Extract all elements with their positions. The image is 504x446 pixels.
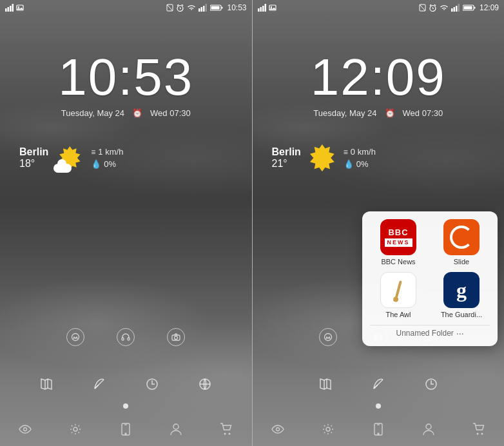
weather-info-left: Berlin 18° [19,146,48,170]
right-screen: 12:09 12:09 Tuesday, May 24 ⏰ Wed 07:30 … [253,0,505,446]
precip-value-right: 0% [356,159,369,169]
svg-rect-39 [262,6,264,12]
precip-left: 💧 0% [91,159,123,169]
folder-app-slide[interactable]: Slide [433,219,490,266]
weather-icon-left [53,142,86,174]
headphone-app-icon[interactable] [117,328,135,346]
notification-image-icon [16,4,24,12]
settings-nav-icon-left[interactable] [65,419,86,440]
phone-nav-icon-left[interactable] [115,419,136,440]
alarm-icon-right: ⏰ [385,108,395,118]
notification-image-icon-right [269,4,276,12]
cart-nav-icon-right[interactable] [469,419,489,440]
message-app-icon[interactable] [66,328,84,346]
time-display-right: 12:09 Tuesday, May 24 ⏰ Wed 07:30 [253,52,505,118]
bbc-news-icon[interactable]: BBC NEWS [380,219,416,255]
slide-icon[interactable] [443,219,480,255]
feather-dock-icon-right[interactable] [368,374,389,394]
date-text-right: Tuesday, May 24 [313,108,376,118]
alarm-time-left: Wed 07:30 [150,108,191,118]
message-app-icon-right[interactable] [319,328,337,346]
slide-c-shape [450,226,473,249]
svg-rect-17 [211,6,220,10]
globe-dock-icon-left[interactable] [195,374,215,394]
app-row-left [0,328,252,346]
weather-details-right: ≡ 0 km/h 💧 0% [344,147,376,169]
folder-app-the-awl[interactable]: The Awl [370,272,427,318]
wind-value-left: 1 km/h [98,147,123,157]
weather-widget-right: Berlin 21° ≡ 0 km/h 💧 0% [272,142,376,174]
svg-rect-1 [8,7,10,12]
bbc-news-app-label: BBC News [381,258,415,266]
camera-app-icon[interactable] [167,328,185,346]
svg-rect-16 [222,7,223,9]
svg-rect-2 [10,6,12,12]
clock-dock-icon-left[interactable] [142,374,162,394]
svg-rect-20 [128,338,130,340]
svg-rect-11 [199,8,200,12]
svg-marker-60 [320,379,331,389]
svg-rect-37 [258,8,260,12]
guardian-icon[interactable]: g [443,272,480,308]
svg-point-36 [229,433,231,435]
svg-point-33 [125,433,126,434]
awl-icon[interactable] [380,272,416,308]
cloud-body-left [53,164,72,173]
signal-bars-icon [5,4,14,12]
cart-nav-icon-left[interactable] [216,419,237,440]
big-clock-left: 10:53 [0,52,252,103]
folder-popup[interactable]: BBC NEWS BBC News Slide The Awl [362,211,498,346]
guardian-app-label: The Guardi... [441,311,482,318]
svg-point-55 [324,334,331,341]
no-sim-icon-right [419,4,426,12]
big-clock-right: 12:09 [253,52,505,103]
battery-icon-right [463,4,476,12]
clock-dock-icon-right[interactable] [421,374,441,394]
svg-line-7 [167,5,173,11]
wind-value-right: 0 km/h [351,147,376,157]
precip-icon-left: 💧 [91,159,101,169]
phone-nav-icon-right[interactable] [368,419,389,440]
svg-marker-23 [41,379,52,389]
date-alarm-left: Tuesday, May 24 ⏰ Wed 07:30 [0,108,252,118]
status-icons-left: 10:53 [166,3,246,12]
status-bar-right: 12:09 [253,0,505,15]
feather-dock-icon-left[interactable] [89,374,110,394]
svg-rect-49 [453,7,455,12]
eye-nav-icon-right[interactable] [267,419,288,440]
home-indicator-left [123,403,128,409]
alarm-status-icon-right [429,4,437,12]
time-display-left: 10:53 Tuesday, May 24 ⏰ Wed 07:30 [0,52,252,118]
map-dock-icon-left[interactable] [36,374,57,394]
folder-apps-grid: BBC NEWS BBC News Slide The Awl [370,219,490,318]
awl-needle-shape [394,280,402,300]
weather-city-left: Berlin [19,146,48,158]
bbc-news-label: NEWS [385,238,412,247]
weather-temp-right: 21° [272,158,301,170]
settings-nav-icon-right[interactable] [318,419,338,440]
weather-city-right: Berlin [272,146,301,158]
folder-app-bbc-news[interactable]: BBC NEWS BBC News [370,219,427,266]
precip-value-left: 0% [104,159,116,169]
svg-rect-12 [201,7,203,12]
bottom-nav-right [253,412,505,446]
left-screen: 10:53 10:53 Tuesday, May 24 ⏰ Wed 07:30 … [0,0,252,446]
map-dock-icon-right[interactable] [315,374,336,394]
svg-rect-50 [456,6,458,12]
weather-icon-right [306,142,338,174]
eye-nav-icon-left[interactable] [15,419,35,440]
battery-icon [210,4,223,12]
person-nav-icon-left[interactable] [166,419,186,440]
svg-point-69 [426,424,431,429]
person-nav-icon-right[interactable] [418,419,439,440]
date-text-left: Tuesday, May 24 [61,108,124,118]
three-dots-icon[interactable]: ··· [456,328,464,338]
folder-app-the-guardian[interactable]: g The Guardi... [433,272,490,318]
svg-point-18 [72,334,79,341]
svg-rect-0 [5,8,7,12]
folder-name-row: Unnamed Folder ··· [370,325,490,338]
wifi-icon [187,4,196,12]
svg-point-71 [481,433,483,435]
cell-signal-icon [199,4,208,12]
svg-point-68 [378,433,379,434]
